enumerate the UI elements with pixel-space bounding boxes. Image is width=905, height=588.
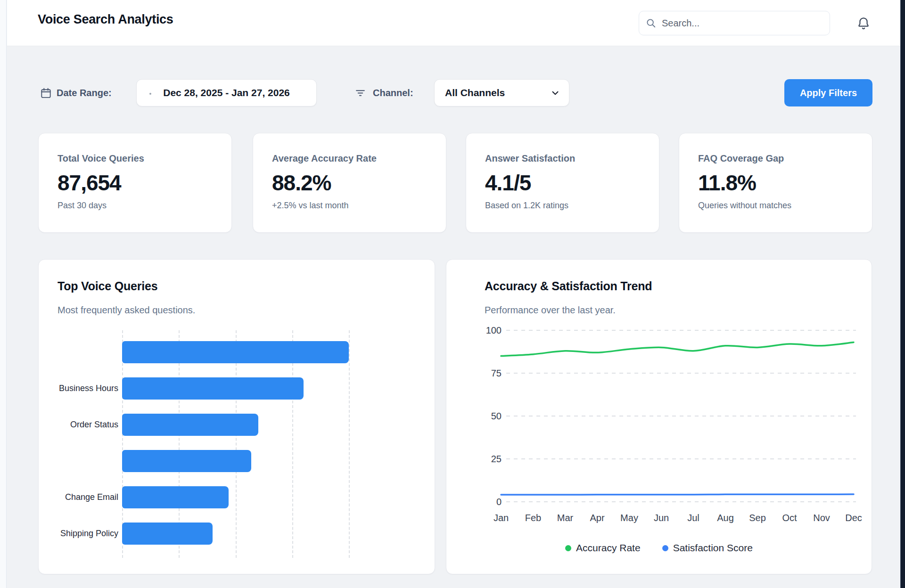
- x-axis-tick-label: Jan: [494, 513, 509, 523]
- legend-label: Accuracy Rate: [576, 542, 641, 554]
- bar-category-label: Shipping Policy: [43, 523, 118, 545]
- kpi-subtext: Based on 1.2K ratings: [485, 201, 640, 211]
- kpi-label: FAQ Coverage Gap: [698, 153, 853, 164]
- window-right-edge: [900, 0, 905, 588]
- bar-gridline: [236, 330, 237, 558]
- filter-icon: [354, 87, 366, 99]
- channel-label: Channel:: [373, 88, 413, 98]
- channel-select[interactable]: All Channels: [434, 79, 569, 106]
- date-range-input[interactable]: Dec 28, 2025 - Jan 27, 2026: [136, 79, 317, 106]
- kpi-label: Average Accuracy Rate: [272, 153, 427, 164]
- bar: [122, 414, 258, 436]
- kpi-value: 87,654: [58, 170, 213, 196]
- x-axis-tick-label: Mar: [557, 513, 574, 523]
- left-sidebar-edge: [0, 0, 7, 588]
- bar-chart-plot: Business HoursOrder StatusChange EmailSh…: [39, 260, 436, 575]
- series-line-accuracy-rate: [501, 342, 854, 356]
- search-icon: [646, 18, 656, 28]
- bar-category-label: Change Email: [43, 486, 118, 508]
- bar: [122, 450, 251, 472]
- top-voice-queries-card: Top Voice Queries Most frequently asked …: [38, 259, 435, 574]
- legend-label: Satisfaction Score: [673, 542, 753, 554]
- chevron-down-icon: [550, 88, 560, 98]
- accuracy-satisfaction-trend-card: Accuracy & Satisfaction Trend Performanc…: [446, 259, 872, 574]
- page: Voice Search Analytics Date Range: Dec 2…: [0, 0, 905, 588]
- x-axis-tick-label: Jul: [687, 513, 699, 523]
- kpi-subtext: +2.5% vs last month: [272, 201, 427, 211]
- search-input[interactable]: [661, 17, 823, 29]
- x-axis-tick-label: Oct: [782, 513, 797, 523]
- kpi-card-faq-coverage-gap: FAQ Coverage Gap 11.8% Queries without m…: [679, 133, 872, 233]
- bar: [122, 341, 349, 363]
- line-chart-title: Accuracy & Satisfaction Trend: [485, 279, 652, 293]
- channel-selected-value: All Channels: [445, 87, 550, 98]
- line-chart-subtitle: Performance over the last year.: [485, 305, 616, 316]
- x-axis-tick-label: Sep: [749, 513, 766, 523]
- apply-filters-button[interactable]: Apply Filters: [784, 79, 872, 106]
- legend-dot-green: [565, 545, 571, 551]
- series-line-satisfaction-score: [501, 494, 854, 495]
- kpi-card-answer-satisfaction: Answer Satisfaction 4.1/5 Based on 1.2K …: [466, 133, 659, 233]
- kpi-label: Answer Satisfaction: [485, 153, 640, 164]
- kpi-subtext: Queries without matches: [698, 201, 853, 211]
- legend-dot-blue: [662, 545, 668, 551]
- line-chart-plot: 1007550250JanFebMarAprMayJunJulAugSepOct…: [446, 321, 872, 538]
- y-axis-tick-label: 50: [491, 411, 502, 421]
- x-axis-tick-label: Nov: [813, 513, 830, 523]
- page-title: Voice Search Analytics: [38, 12, 173, 27]
- y-axis-tick-label: 25: [491, 454, 502, 464]
- bar: [122, 377, 304, 400]
- kpi-value: 4.1/5: [485, 170, 640, 196]
- bar-gridline: [349, 330, 350, 558]
- bar-category-label: Business Hours: [43, 377, 118, 400]
- date-range-label: Date Range:: [57, 88, 112, 98]
- kpi-subtext: Past 30 days: [58, 201, 213, 211]
- y-axis-tick-label: 0: [496, 497, 502, 507]
- legend-item-accuracy: Accuracy Rate: [565, 542, 641, 554]
- kpi-label: Total Voice Queries: [58, 153, 213, 164]
- kpi-value: 88.2%: [272, 170, 427, 196]
- bar-gridline: [292, 330, 293, 558]
- legend-item-satisfaction: Satisfaction Score: [662, 542, 753, 554]
- kpi-card-total-queries: Total Voice Queries 87,654 Past 30 days: [38, 133, 232, 233]
- x-axis-tick-label: May: [620, 513, 638, 523]
- header: Voice Search Analytics: [7, 0, 900, 46]
- y-axis-tick-label: 75: [491, 368, 502, 378]
- bar: [122, 486, 229, 508]
- chart-legend: Accuracy Rate Satisfaction Score: [446, 542, 872, 554]
- x-axis-tick-label: Apr: [590, 513, 604, 523]
- date-range-value: Dec 28, 2025 - Jan 27, 2026: [163, 87, 290, 98]
- bar-category-label: Order Status: [43, 414, 118, 436]
- kpi-card-accuracy-rate: Average Accuracy Rate 88.2% +2.5% vs las…: [253, 133, 446, 233]
- bar: [122, 523, 213, 545]
- kpi-value: 11.8%: [698, 170, 853, 196]
- x-axis-tick-label: Jun: [654, 513, 669, 523]
- x-axis-tick-label: Feb: [525, 513, 541, 523]
- notifications-bell-icon[interactable]: [854, 14, 873, 33]
- search-box[interactable]: [639, 11, 830, 35]
- y-axis-tick-label: 100: [486, 325, 502, 335]
- calendar-icon: [40, 87, 52, 99]
- date-input-dot-icon: [149, 93, 151, 95]
- x-axis-tick-label: Aug: [717, 513, 734, 523]
- x-axis-tick-label: Dec: [845, 513, 862, 523]
